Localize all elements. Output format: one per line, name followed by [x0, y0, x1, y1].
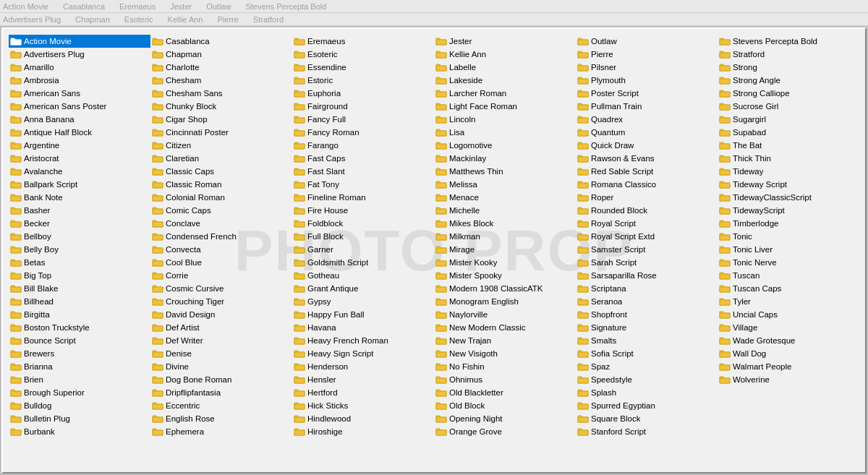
- list-item[interactable]: Classic Roman: [150, 178, 292, 191]
- list-item[interactable]: Cool Blue: [150, 256, 292, 269]
- list-item[interactable]: Samster Script: [576, 243, 718, 256]
- list-item[interactable]: Birgitta: [9, 308, 150, 321]
- list-item[interactable]: Melissa: [434, 178, 576, 191]
- list-item[interactable]: Stanford Script: [576, 425, 718, 438]
- list-item[interactable]: Havana: [292, 321, 434, 334]
- list-item[interactable]: Village: [718, 321, 859, 334]
- list-item[interactable]: Chesham Sans: [150, 87, 292, 100]
- list-item[interactable]: Tideway: [718, 165, 859, 178]
- list-item[interactable]: Heavy French Roman: [292, 334, 434, 347]
- list-item[interactable]: Old Block: [434, 399, 576, 412]
- list-item[interactable]: Tonic Liver: [718, 243, 859, 256]
- list-item[interactable]: Fancy Roman: [292, 126, 434, 139]
- list-item[interactable]: Tonic Nerve: [718, 256, 859, 269]
- list-item[interactable]: Red Sable Script: [576, 165, 718, 178]
- list-item[interactable]: Spaz: [576, 360, 718, 373]
- list-item[interactable]: Antique Half Block: [9, 126, 150, 139]
- list-item[interactable]: Def Writer: [150, 334, 292, 347]
- list-item[interactable]: Outlaw: [576, 35, 718, 48]
- list-item[interactable]: Bank Note: [9, 191, 150, 204]
- list-item[interactable]: TidewayClassicScript: [718, 191, 859, 204]
- list-item[interactable]: American Sans Poster: [9, 100, 150, 113]
- list-item[interactable]: Full Block: [292, 230, 434, 243]
- list-item[interactable]: Splash: [576, 386, 718, 399]
- list-item[interactable]: Def Artist: [150, 321, 292, 334]
- list-item[interactable]: The Bat: [718, 139, 859, 152]
- list-item[interactable]: Monogram English: [434, 295, 576, 308]
- list-item[interactable]: Pilsner: [576, 61, 718, 74]
- list-item[interactable]: Betas: [9, 256, 150, 269]
- list-item[interactable]: Garner: [292, 243, 434, 256]
- list-item[interactable]: Cigar Shop: [150, 113, 292, 126]
- list-item[interactable]: Tonic: [718, 230, 859, 243]
- list-item[interactable]: Ephemera: [150, 425, 292, 438]
- list-item[interactable]: Orange Grove: [434, 425, 576, 438]
- list-item[interactable]: Chesham: [150, 74, 292, 87]
- list-item[interactable]: Classic Caps: [150, 165, 292, 178]
- list-item[interactable]: Labelle: [434, 61, 576, 74]
- list-item[interactable]: Sofia Script: [576, 347, 718, 360]
- list-item[interactable]: Quick Draw: [576, 139, 718, 152]
- list-item[interactable]: Fineline Roman: [292, 191, 434, 204]
- list-item[interactable]: Basher: [9, 204, 150, 217]
- list-item[interactable]: Citizen: [150, 139, 292, 152]
- list-item[interactable]: Seranoa: [576, 295, 718, 308]
- list-item[interactable]: Grant Antique: [292, 282, 434, 295]
- list-item[interactable]: Shopfront: [576, 308, 718, 321]
- list-item[interactable]: Fast Caps: [292, 152, 434, 165]
- list-item[interactable]: Hindlewood: [292, 412, 434, 425]
- list-item[interactable]: Bill Blake: [9, 282, 150, 295]
- list-item[interactable]: Thick Thin: [718, 152, 859, 165]
- list-item[interactable]: Spurred Egyptian: [576, 399, 718, 412]
- list-item[interactable]: Lisa: [434, 126, 576, 139]
- list-item[interactable]: Hensler: [292, 373, 434, 386]
- list-item[interactable]: Menace: [434, 191, 576, 204]
- list-item[interactable]: Quantum: [576, 126, 718, 139]
- list-item[interactable]: Goldsmith Script: [292, 256, 434, 269]
- list-item[interactable]: Walmart People: [718, 360, 859, 373]
- list-item[interactable]: Timberlodge: [718, 217, 859, 230]
- list-item[interactable]: Divine: [150, 360, 292, 373]
- list-item[interactable]: Billhead: [9, 295, 150, 308]
- list-item[interactable]: Sucrose Girl: [718, 100, 859, 113]
- list-item[interactable]: Larcher Roman: [434, 87, 576, 100]
- list-item[interactable]: Dog Bone Roman: [150, 373, 292, 386]
- list-item[interactable]: Sugargirl: [718, 113, 859, 126]
- list-item[interactable]: Becker: [9, 217, 150, 230]
- list-item[interactable]: Corrie: [150, 269, 292, 282]
- list-item[interactable]: Esoteric: [292, 48, 434, 61]
- list-item[interactable]: Smalts: [576, 334, 718, 347]
- list-item[interactable]: Wade Grotesque: [718, 334, 859, 347]
- list-item[interactable]: Ambrosia: [9, 74, 150, 87]
- list-item[interactable]: Advertisers Plug: [9, 48, 150, 61]
- list-item[interactable]: American Sans: [9, 87, 150, 100]
- list-item[interactable]: Argentine: [9, 139, 150, 152]
- list-item[interactable]: Poster Script: [576, 87, 718, 100]
- list-item[interactable]: New Visigoth: [434, 347, 576, 360]
- list-item[interactable]: Farango: [292, 139, 434, 152]
- list-item[interactable]: Strong Calliope: [718, 87, 859, 100]
- list-item[interactable]: Jester: [434, 35, 576, 48]
- list-item[interactable]: Opening Night: [434, 412, 576, 425]
- list-item[interactable]: Tyler: [718, 295, 859, 308]
- list-item[interactable]: Rounded Block: [576, 204, 718, 217]
- list-item[interactable]: Michelle: [434, 204, 576, 217]
- list-item[interactable]: Henderson: [292, 360, 434, 373]
- list-item[interactable]: Logomotive: [434, 139, 576, 152]
- list-item[interactable]: Scriptana: [576, 282, 718, 295]
- list-item[interactable]: Mikes Block: [434, 217, 576, 230]
- list-item[interactable]: Strong Angle: [718, 74, 859, 87]
- list-item[interactable]: Conclave: [150, 217, 292, 230]
- list-item[interactable]: Euphoria: [292, 87, 434, 100]
- list-item[interactable]: Crouching Tiger: [150, 295, 292, 308]
- list-item[interactable]: Lakeside: [434, 74, 576, 87]
- list-item[interactable]: Naylorville: [434, 308, 576, 321]
- list-item[interactable]: Romana Classico: [576, 178, 718, 191]
- list-item[interactable]: Plymouth: [576, 74, 718, 87]
- list-item[interactable]: Denise: [150, 347, 292, 360]
- list-item[interactable]: Rawson & Evans: [576, 152, 718, 165]
- list-item[interactable]: Ohnimus: [434, 373, 576, 386]
- list-item[interactable]: Wall Dog: [718, 347, 859, 360]
- list-item[interactable]: Condensed French: [150, 230, 292, 243]
- list-item[interactable]: Sarah Script: [576, 256, 718, 269]
